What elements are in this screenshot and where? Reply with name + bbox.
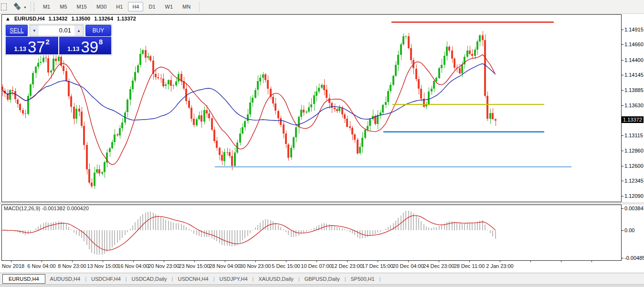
price-axis-label: 1.13115	[624, 133, 643, 138]
time-axis-tick	[164, 260, 164, 262]
chart-tab-eurusd[interactable]: EURUSD,H4	[2, 274, 45, 284]
timeframe-button-mn[interactable]: MN	[178, 2, 195, 11]
chart-tab-usdchf[interactable]: USDCHF,H4	[86, 275, 126, 283]
timeframe-button-h1[interactable]: H1	[112, 2, 127, 11]
bar-close-value: 1.13372	[117, 16, 136, 21]
sell-price-quote[interactable]: 1.13 37 2	[6, 37, 58, 54]
macd-axis-tick	[622, 230, 623, 231]
time-axis-tick	[255, 260, 256, 262]
dropdown-caret-icon[interactable]: ▼	[23, 6, 27, 9]
macd-indicator-label: MACD(12,26,9) -0.001382 0.000420	[4, 205, 89, 211]
price-axis-label: 1.12090	[624, 193, 644, 199]
price-chart-pane[interactable]: ▲ EURUSD,H4 1.13432 1.13500 1.13264 1.13…	[1, 14, 622, 202]
timeframe-button-m30[interactable]: M30	[92, 2, 111, 11]
chart-tab-audusd[interactable]: AUDUSD,H4	[45, 275, 85, 283]
toolbar-separator	[199, 1, 200, 12]
chart-tab-sp500[interactable]: SP500,H1	[346, 275, 380, 283]
time-axis-label: 5 Dec 15:00	[272, 263, 300, 269]
time-axis[interactable]: 1 Nov 20186 Nov 04:008 Nov 23:0013 Nov 1…	[1, 260, 622, 273]
time-axis-tick	[347, 260, 348, 262]
timeframe-button-m1[interactable]: M1	[39, 2, 54, 11]
buy-price-quote[interactable]: 1.13 39 8	[59, 37, 112, 54]
timeframe-button-w1[interactable]: W1	[161, 2, 178, 11]
time-axis-tick	[194, 260, 195, 262]
price-axis[interactable]: 1.149151.146601.144001.141451.138851.136…	[622, 0, 644, 287]
time-axis-tick	[133, 260, 134, 262]
bar-high-value: 1.13500	[71, 16, 90, 21]
time-axis-label: 28 Nov 04:00	[209, 263, 240, 269]
time-axis-tick	[500, 260, 500, 262]
buy-price-big: 39	[81, 41, 98, 53]
volume-input[interactable]: 0.01	[39, 25, 74, 36]
lower-support-line[interactable]	[215, 166, 571, 167]
chart-tab-usdjpy[interactable]: USDJPY,H4	[214, 275, 252, 283]
time-axis-label: 17 Dec 15:00	[362, 263, 393, 269]
price-axis-label: 1.13630	[624, 102, 644, 108]
price-axis-label: 1.12600	[624, 163, 644, 169]
trading-platform-window: ▼ M1M5M15M30H1H4D1W1MN ▲ EURUSD,H4 1.134…	[0, 0, 644, 287]
price-axis-label: 1.14660	[624, 41, 644, 47]
time-axis-tick	[11, 260, 11, 262]
price-axis-tick	[622, 196, 623, 196]
time-axis-tick	[561, 260, 561, 262]
price-axis-label: 1.12860	[624, 148, 644, 154]
time-axis-label: 16 Nov 04:00	[117, 263, 148, 269]
bar-low-value: 1.13264	[94, 16, 113, 21]
price-axis-tick	[622, 75, 623, 75]
time-axis-tick	[103, 260, 103, 262]
toolbar-separator	[31, 1, 31, 12]
macd-axis-label: 0.003847	[624, 205, 644, 211]
tab-separator: |	[380, 276, 381, 282]
price-axis-tick	[622, 105, 623, 106]
buy-button[interactable]: BUY	[85, 25, 111, 36]
time-axis-label: 24 Dec 23:00	[423, 263, 454, 269]
macd-axis-label: 0.00	[624, 227, 634, 233]
time-axis-label: 30 Nov 23:00	[240, 263, 271, 269]
macd-canvas	[2, 205, 621, 260]
volume-increase-button[interactable]: ▲	[74, 25, 83, 36]
mid-resistance-line[interactable]	[392, 104, 544, 105]
arrange-windows-icon[interactable]	[13, 3, 22, 10]
time-axis-tick	[530, 260, 531, 262]
price-axis-label: 1.13885	[624, 87, 644, 93]
buy-price-prefix: 1.13	[67, 46, 79, 53]
timeframe-button-m15[interactable]: M15	[73, 2, 91, 11]
sell-button[interactable]: SELL	[6, 25, 28, 36]
collapse-arrow-icon[interactable]: ▲	[5, 16, 11, 21]
price-axis-tick	[622, 44, 623, 45]
price-axis-tick	[622, 166, 623, 166]
time-axis-tick	[469, 260, 470, 262]
time-axis-tick	[439, 260, 439, 262]
timeframe-button-h4[interactable]: H4	[128, 2, 143, 11]
support-line[interactable]	[383, 131, 544, 133]
chart-tab-bar: EURUSD,H4AUDUSD,H4|USDCHF,H4|USDCAD,Dail…	[0, 273, 644, 284]
time-axis-tick	[591, 260, 592, 262]
time-axis-label: 10 Dec 07:00	[301, 263, 332, 269]
price-axis-label: 1.14145	[624, 72, 644, 78]
chart-tab-usdcnh[interactable]: USDCNH,H4	[173, 275, 213, 283]
macd-axis-label: -0.004856	[624, 255, 644, 261]
time-axis-tick	[408, 260, 409, 262]
volume-stepper: ▼ 0.01 ▲	[30, 25, 84, 36]
timeframe-button-d1[interactable]: D1	[144, 2, 159, 11]
symbol-header: ▲ EURUSD,H4 1.13432 1.13500 1.13264 1.13…	[5, 16, 138, 21]
chart-tab-xauusd[interactable]: XAUUSD,Daily	[253, 275, 298, 283]
time-axis-label: 6 Nov 04:00	[27, 263, 55, 269]
buy-button-label: BUY	[93, 27, 105, 34]
resistance-line[interactable]	[391, 21, 554, 23]
current-price-marker: 1.13372	[622, 116, 644, 123]
price-axis-label: 1.12345	[624, 178, 644, 184]
status-bar	[0, 284, 644, 287]
time-axis-tick	[286, 260, 286, 262]
volume-decrease-button[interactable]: ▼	[30, 25, 39, 36]
chart-tab-usdcad[interactable]: USDCAD,Daily	[127, 275, 172, 283]
toolbar: ▼ M1M5M15M30H1H4D1W1MN	[0, 0, 644, 14]
toolbar-grip[interactable]	[33, 2, 35, 11]
timeframe-button-m5[interactable]: M5	[55, 2, 71, 11]
time-axis-label: 23 Nov 15:00	[179, 263, 210, 269]
chart-tab-gbpusd[interactable]: GBPUSD,Daily	[300, 275, 345, 283]
sell-price-prefix: 1.13	[14, 46, 26, 53]
selection-icon[interactable]	[1, 3, 7, 10]
time-axis-tick	[72, 260, 73, 262]
macd-pane[interactable]: MACD(12,26,9) -0.001382 0.000420	[1, 205, 622, 261]
